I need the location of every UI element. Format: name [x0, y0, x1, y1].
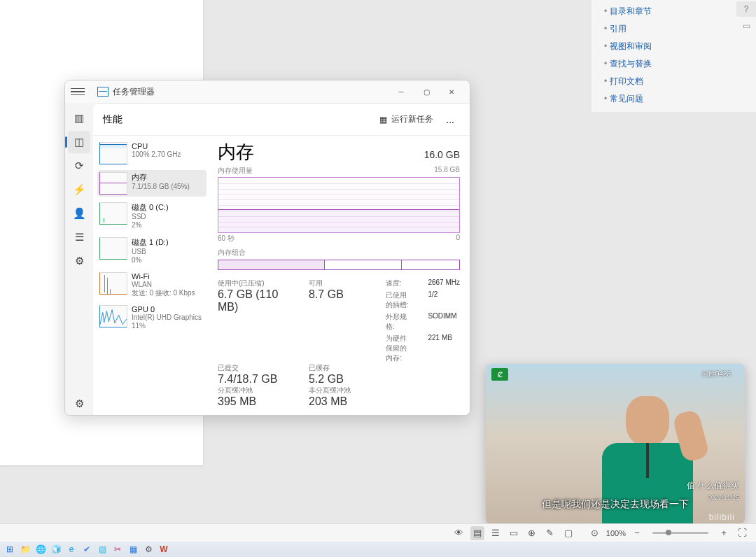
tile-sub: 0% [132, 256, 204, 265]
page-view-icon[interactable]: ▤ [470, 526, 484, 540]
floating-video[interactable]: Ȼ 何胜0423 值·什么值得买 2022/11/25 但是呢我们还是决定去现场… [486, 364, 745, 523]
side-value: SODIMM [428, 312, 460, 332]
tile-sub: WLAN [132, 281, 204, 289]
eye-icon[interactable]: 👁 [452, 526, 466, 540]
zoom-in-icon[interactable]: + [717, 526, 731, 540]
startup-icon[interactable]: ⚡ [68, 178, 90, 201]
tile-sub: 100% 2.70 GHz [132, 150, 204, 159]
history-icon[interactable]: ⟳ [68, 155, 90, 177]
draw-icon[interactable]: ✎ [543, 526, 557, 540]
help-link[interactable]: 打印文档 [592, 73, 756, 90]
side-label: 为硬件保留的内存: [386, 334, 412, 363]
stat-label: 已缓存 [309, 363, 379, 373]
maximize-button[interactable]: ▢ [414, 83, 439, 100]
help-link[interactable]: 查找与替换 [592, 55, 756, 73]
tile-gpu[interactable]: GPU 0 Intel(R) UHD Graphics 11% [97, 303, 206, 332]
disk-sparkline-icon [99, 237, 127, 260]
fullscreen-icon[interactable]: ⛶ [735, 526, 749, 540]
zoom-reset-icon[interactable]: ⊙ [588, 526, 602, 540]
services-icon[interactable]: ⚙ [68, 250, 90, 272]
wifi-sparkline-icon [99, 272, 127, 295]
stat-value: 203 MB [309, 395, 379, 408]
tile-memory[interactable]: 内存 7.1/15.8 GB (45%) [97, 170, 206, 197]
settings-icon[interactable]: ⚙ [141, 543, 155, 556]
tile-wifi[interactable]: Wi-Fi WLAN 发送: 0 接收: 0 Kbps [97, 270, 206, 299]
tile-name: 内存 [132, 172, 204, 183]
zoom-slider[interactable] [652, 532, 708, 534]
tile-sub: 11% [132, 322, 204, 330]
detail-capacity: 16.0 GB [424, 149, 460, 160]
book-icon[interactable]: ▭ [507, 526, 521, 540]
run-task-label: 运行新任务 [391, 113, 433, 125]
help-collapse-icon[interactable]: ? [736, 1, 756, 17]
users-icon[interactable]: 👤 [68, 202, 90, 225]
store-icon[interactable]: 🧊 [49, 543, 63, 556]
explorer-icon[interactable]: 📁 [18, 543, 32, 556]
app-icon [97, 87, 108, 97]
section-title: 性能 [103, 113, 372, 126]
tile-sub: Intel(R) UHD Graphics [132, 313, 204, 322]
read-icon[interactable]: ▢ [561, 526, 575, 540]
task-manager-window[interactable]: 任务管理器 ─ ▢ ✕ ▥ ◫ ⟳ ⚡ 👤 ☰ ⚙ ⚙ 性能 ▦ 运行新任务 [64, 80, 470, 416]
video-brand: 值·什么值得买 [687, 480, 739, 492]
help-book-icon[interactable]: ▭ [736, 18, 756, 34]
tile-name: CPU [132, 142, 204, 150]
help-link[interactable]: 视图和审阅 [592, 38, 756, 55]
help-link[interactable]: 引用 [592, 20, 756, 38]
windows-taskbar[interactable]: ⊞ 📁 🌐 🧊 e ✔ ▧ ✂ ▦ ⚙ W [0, 542, 756, 557]
nav-rail: ▥ ◫ ⟳ ⚡ 👤 ☰ ⚙ ⚙ [65, 103, 93, 415]
tile-cpu[interactable]: CPU 100% 2.70 GHz [97, 140, 206, 167]
memory-usage-chart [218, 177, 460, 233]
title-bar[interactable]: 任务管理器 ─ ▢ ✕ [65, 80, 470, 103]
web-icon[interactable]: ⊕ [525, 526, 539, 540]
tile-name: 磁盘 0 (C:) [132, 202, 204, 213]
outline-icon[interactable]: ☰ [489, 526, 503, 540]
wps-icon[interactable]: W [157, 543, 171, 556]
minimize-button[interactable]: ─ [388, 83, 414, 100]
todo-icon[interactable]: ✔ [80, 543, 94, 556]
video-subtitle: 但是呢我们还是决定去现场看一下 [486, 498, 745, 511]
disk-sparkline-icon [99, 202, 127, 225]
tile-name: 磁盘 1 (D:) [132, 237, 204, 248]
exit-sign-icon: Ȼ [491, 368, 508, 381]
details-icon[interactable]: ☰ [68, 226, 90, 248]
side-label: 已使用的插槽: [386, 290, 412, 310]
processes-icon[interactable]: ▥ [68, 107, 90, 129]
ie-icon[interactable]: e [64, 543, 78, 556]
tile-sub: 7.1/15.8 GB (45%) [132, 183, 204, 191]
memory-composition-bar [218, 260, 460, 270]
chart-max: 15.8 GB [434, 166, 460, 176]
side-value: 2667 MHz [428, 278, 460, 288]
app-icon[interactable]: ▦ [126, 543, 140, 556]
photos-icon[interactable]: ▧ [95, 543, 109, 556]
performance-header: 性能 ▦ 运行新任务 ... [93, 104, 470, 136]
stat-label: 非分页缓冲池 [309, 386, 379, 395]
more-button[interactable]: ... [440, 111, 460, 128]
zoom-out-icon[interactable]: − [630, 526, 644, 540]
close-button[interactable]: ✕ [439, 83, 464, 100]
document-toolbar: 👁 ▤ ☰ ▭ ⊕ ✎ ▢ ⊙ 100% − + ⛶ [0, 523, 756, 542]
edge-icon[interactable]: 🌐 [34, 543, 48, 556]
help-link[interactable]: 常见问题 [592, 90, 756, 108]
settings-icon[interactable]: ⚙ [68, 393, 90, 415]
bilibili-watermark-icon: bilibili [709, 512, 735, 522]
stat-value: 7.4/18.7 GB [218, 373, 302, 386]
help-panel: ? ▭ 目录和章节 引用 视图和审阅 查找与替换 打印文档 常见问题 [592, 0, 756, 112]
start-icon[interactable]: ⊞ [3, 543, 17, 556]
help-link[interactable]: 目录和章节 [592, 3, 756, 20]
performance-icon[interactable]: ◫ [68, 131, 90, 153]
x-left: 60 秒 [218, 234, 234, 244]
resource-list: CPU 100% 2.70 GHz 内存 7.1/15.8 GB (45%) [93, 136, 211, 415]
hamburger-icon[interactable] [71, 85, 85, 99]
tile-sub: 2% [132, 221, 204, 230]
detail-title: 内存 [218, 140, 254, 164]
snip-icon[interactable]: ✂ [111, 543, 125, 556]
tile-disk1[interactable]: 磁盘 1 (D:) USB 0% [97, 235, 206, 267]
gpu-sparkline-icon [99, 305, 127, 327]
side-label: 外形规格: [386, 312, 412, 332]
side-label: 速度: [386, 278, 412, 288]
memory-sparkline-icon [99, 172, 127, 195]
tile-disk0[interactable]: 磁盘 0 (C:) SSD 2% [97, 200, 206, 232]
stat-label: 已提交 [218, 363, 302, 373]
run-task-button[interactable]: ▦ 运行新任务 [372, 111, 440, 128]
